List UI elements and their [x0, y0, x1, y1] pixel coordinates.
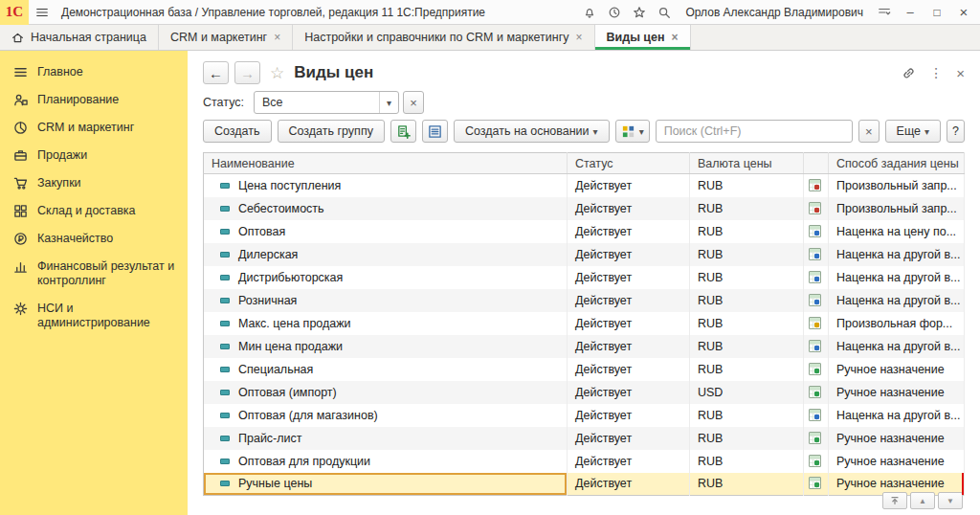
tab-crm-marketing[interactable]: CRM и маркетинг — [159, 25, 293, 50]
history-icon[interactable] — [603, 2, 626, 23]
sidebar-item-admin[interactable]: НСИ и администрирование — [0, 295, 188, 337]
forward-button[interactable] — [234, 61, 260, 84]
price-method-icon — [809, 248, 821, 260]
price-type-item-icon — [219, 294, 231, 305]
sidebar-item-sales[interactable]: Продажи — [0, 142, 188, 169]
price-method-icon — [809, 271, 821, 283]
tab-home[interactable]: Начальная страница — [0, 25, 159, 50]
table-row[interactable]: СебестоимостьДействуетRUBПроизвольный за… — [204, 197, 965, 220]
create-button[interactable]: Создать — [203, 120, 272, 143]
currency-cell: RUB — [690, 243, 804, 266]
table-row[interactable]: ДилерскаяДействуетRUBНаценка на другой в… — [204, 243, 965, 266]
table-row[interactable]: Оптовая (для магазинов)ДействуетRUBНацен… — [204, 404, 965, 427]
close-window-button[interactable] — [951, 2, 976, 23]
scroll-down-button[interactable] — [938, 492, 963, 509]
maximize-button[interactable] — [924, 2, 949, 23]
sidebar-item-warehouse[interactable]: Склад и доставка — [0, 197, 188, 225]
table-row[interactable]: Мин цена продажиДействуетRUBНаценка на д… — [204, 335, 965, 358]
tab-close-icon[interactable] — [671, 31, 678, 44]
search-input[interactable] — [656, 120, 853, 143]
table-row[interactable]: Прайс-листДействуетRUBРучное назначение — [204, 427, 965, 450]
global-search-icon[interactable] — [653, 2, 676, 23]
create-based-on-button[interactable]: Создать на основании — [454, 120, 610, 143]
column-header-method[interactable]: Способ задания цены — [829, 153, 965, 174]
price-method-icon — [809, 432, 821, 444]
form-more-menu-icon[interactable] — [929, 65, 943, 80]
currency-cell: RUB — [690, 197, 804, 220]
sidebar-item-main[interactable]: Главное — [0, 58, 188, 86]
method-icon-cell — [804, 220, 829, 243]
service-menu-icon[interactable] — [873, 2, 896, 23]
list-view-button[interactable] — [422, 120, 448, 143]
help-button[interactable]: ? — [947, 120, 965, 143]
method-icon-cell — [804, 197, 829, 220]
table-row[interactable]: Оптовая для продукцииДействуетRUBРучное … — [204, 450, 965, 473]
sidebar-item-label: Закупки — [37, 176, 81, 190]
copy-item-button[interactable] — [390, 120, 416, 143]
table-row[interactable]: РозничнаяДействуетRUBНаценка на другой в… — [204, 289, 965, 312]
table-row[interactable]: Макс. цена продажиДействуетRUBПроизвольн… — [204, 312, 965, 335]
minimize-button[interactable] — [898, 2, 923, 23]
favorites-star-icon[interactable] — [628, 2, 651, 23]
method-cell: Наценка на другой в... — [829, 243, 965, 266]
coin-icon — [13, 232, 28, 246]
table-row[interactable]: Цена поступленияДействуетRUBПроизвольный… — [204, 174, 965, 197]
status-filter-combobox[interactable]: Все — [254, 91, 399, 114]
form-close-icon[interactable] — [956, 65, 965, 81]
status-filter-value: Все — [255, 96, 379, 109]
table-row[interactable]: СпециальнаяДействуетRUBРучное назначение — [204, 358, 965, 381]
sidebar-item-label: CRM и маркетинг — [37, 121, 134, 135]
status-cell: Действует — [568, 243, 690, 266]
dropdown-caret-icon — [924, 124, 929, 138]
column-header-currency[interactable]: Валюта цены — [690, 153, 804, 174]
main-menu-icon[interactable] — [29, 6, 56, 19]
list-pager — [882, 492, 963, 509]
column-header-status[interactable]: Статус — [568, 153, 690, 174]
scroll-up-button[interactable] — [910, 492, 935, 509]
column-header-name[interactable]: Наименование — [204, 153, 568, 174]
table-row[interactable]: Оптовая (импорт)ДействуетUSDРучное назна… — [204, 381, 965, 404]
get-link-icon[interactable] — [902, 66, 916, 80]
sidebar-item-label: Планирование — [37, 93, 119, 107]
create-group-button[interactable]: Создать группу — [278, 120, 385, 143]
add-favorite-star-icon[interactable] — [270, 63, 284, 83]
price-type-name: Дилерская — [238, 248, 298, 261]
scroll-to-top-button[interactable] — [882, 492, 907, 509]
sidebar-item-label: Финансовый результат и контроллинг — [37, 259, 180, 288]
current-user[interactable]: Орлов Александр Владимирович — [685, 6, 863, 19]
table-row[interactable]: ОптоваяДействуетRUBНаценка на цену по... — [204, 220, 965, 243]
notifications-bell-icon[interactable] — [578, 2, 601, 23]
sidebar-item-finance[interactable]: Финансовый результат и контроллинг — [0, 253, 188, 295]
search-clear-button[interactable] — [858, 120, 880, 143]
method-icon-cell — [804, 266, 829, 289]
tab-close-icon[interactable] — [575, 31, 582, 44]
combo-dropdown-icon[interactable] — [379, 92, 398, 113]
back-button[interactable] — [203, 61, 229, 84]
sidebar-item-purchases[interactable]: Закупки — [0, 169, 188, 197]
dropdown-caret-icon — [639, 124, 644, 138]
main-section-icon — [13, 65, 28, 79]
tab-close-icon[interactable] — [274, 31, 280, 44]
reports-menu-button[interactable] — [615, 120, 650, 143]
1c-logo: 1С — [0, 0, 29, 25]
method-cell: Произвольный запр... — [829, 197, 965, 220]
table-row[interactable]: ДистрибьюторскаяДействуетRUBНаценка на д… — [204, 266, 965, 289]
method-icon-cell — [804, 427, 829, 450]
tab-crm-settings[interactable]: Настройки и справочники по CRM и маркети… — [293, 25, 594, 50]
price-types-form: Виды цен Статус: Все Создать Создать гру… — [188, 51, 980, 515]
status-cell: Действует — [568, 473, 690, 496]
sidebar-item-crm[interactable]: CRM и маркетинг — [0, 114, 188, 142]
currency-cell: RUB — [690, 427, 804, 450]
tab-price-types[interactable]: Виды цен — [595, 25, 691, 50]
status-filter-clear-button[interactable] — [403, 91, 424, 114]
table-row-selected[interactable]: Ручные ценыДействуетRUBРучное назначение — [204, 473, 965, 496]
more-button[interactable]: Еще — [885, 120, 941, 143]
column-header-method-icon[interactable] — [804, 153, 829, 174]
currency-cell: RUB — [690, 289, 804, 312]
price-method-icon — [809, 294, 821, 306]
sidebar-item-planning[interactable]: Планирование — [0, 86, 188, 114]
sidebar-item-treasury[interactable]: Казначейство — [0, 225, 188, 253]
title-bar: 1С Демонстрационная база / Управление то… — [0, 0, 980, 25]
planning-icon — [13, 93, 28, 107]
boxes-icon — [13, 204, 28, 218]
